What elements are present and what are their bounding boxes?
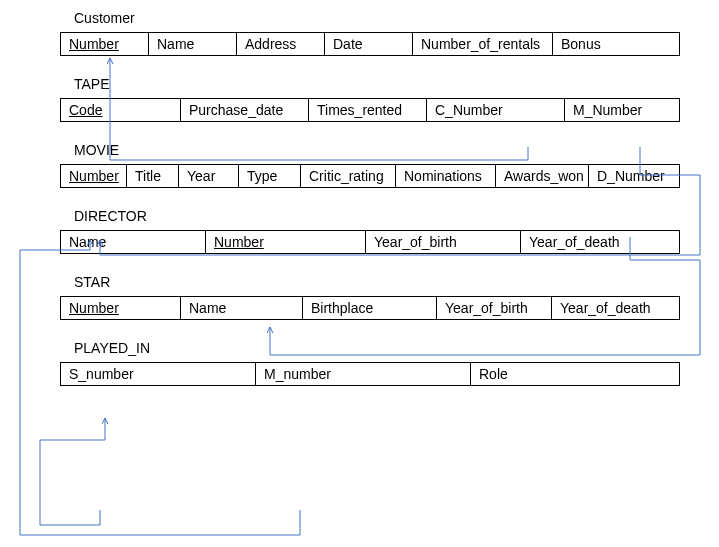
entity-played-in: PLAYED_IN S_number M_number Role xyxy=(60,340,680,386)
field-row: Code Purchase_date Times_rented C_Number… xyxy=(60,98,680,122)
field-name: Name xyxy=(181,297,303,319)
field-row: Number Name Birthplace Year_of_birth Yea… xyxy=(60,296,680,320)
entity-tape: TAPE Code Purchase_date Times_rented C_N… xyxy=(60,76,680,122)
field-c-number: C_Number xyxy=(427,99,565,121)
entity-name: TAPE xyxy=(60,76,680,98)
field-address: Address xyxy=(237,33,325,55)
field-s-number: S_number xyxy=(61,363,256,385)
field-d-number: D_Number xyxy=(589,165,679,187)
field-year-of-death: Year_of_death xyxy=(552,297,679,319)
field-row: Number Title Year Type Critic_rating Nom… xyxy=(60,164,680,188)
field-code: Code xyxy=(61,99,181,121)
entity-movie: MOVIE Number Title Year Type Critic_rati… xyxy=(60,142,680,188)
field-birthplace: Birthplace xyxy=(303,297,437,319)
field-number: Number xyxy=(61,33,149,55)
field-name: Name xyxy=(149,33,237,55)
field-title: Title xyxy=(127,165,179,187)
field-number: Number xyxy=(61,165,127,187)
entity-name: MOVIE xyxy=(60,142,680,164)
field-nominations: Nominations xyxy=(396,165,496,187)
field-bonus: Bonus xyxy=(553,33,679,55)
field-purchase-date: Purchase_date xyxy=(181,99,309,121)
field-type: Type xyxy=(239,165,301,187)
field-awards-won: Awards_won xyxy=(496,165,589,187)
field-role: Role xyxy=(471,363,679,385)
schema-diagram: Customer Number Name Address Date Number… xyxy=(60,10,680,406)
field-m-number: M_number xyxy=(256,363,471,385)
field-number: Number xyxy=(61,297,181,319)
field-row: Number Name Address Date Number_of_renta… xyxy=(60,32,680,56)
fk-playedin-snumber-to-star xyxy=(40,418,105,525)
field-row: Name Number Year_of_birth Year_of_death xyxy=(60,230,680,254)
entity-name: PLAYED_IN xyxy=(60,340,680,362)
entity-name: DIRECTOR xyxy=(60,208,680,230)
field-year-of-birth: Year_of_birth xyxy=(437,297,552,319)
entity-customer: Customer Number Name Address Date Number… xyxy=(60,10,680,56)
field-times-rented: Times_rented xyxy=(309,99,427,121)
entity-name: STAR xyxy=(60,274,680,296)
field-number: Number xyxy=(206,231,366,253)
entity-director: DIRECTOR Name Number Year_of_birth Year_… xyxy=(60,208,680,254)
field-date: Date xyxy=(325,33,413,55)
field-year-of-death: Year_of_death xyxy=(521,231,679,253)
field-year: Year xyxy=(179,165,239,187)
field-m-number: M_Number xyxy=(565,99,679,121)
field-critic-rating: Critic_rating xyxy=(301,165,396,187)
entity-star: STAR Number Name Birthplace Year_of_birt… xyxy=(60,274,680,320)
field-name: Name xyxy=(61,231,206,253)
field-year-of-birth: Year_of_birth xyxy=(366,231,521,253)
field-row: S_number M_number Role xyxy=(60,362,680,386)
field-number-of-rentals: Number_of_rentals xyxy=(413,33,553,55)
entity-name: Customer xyxy=(60,10,680,32)
